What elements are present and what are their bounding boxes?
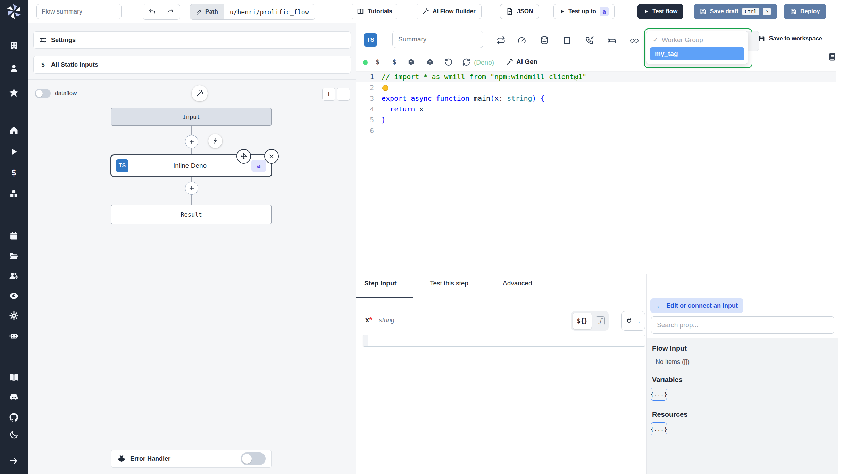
schedules-calendar-icon[interactable]: [9, 231, 19, 241]
search-prop-input[interactable]: [651, 316, 834, 334]
save-icon: [790, 8, 797, 15]
resources-boxes-icon[interactable]: [9, 189, 19, 199]
connect-input-plug-button[interactable]: →: [621, 311, 645, 331]
tab-advanced[interactable]: Advanced: [503, 280, 532, 287]
flow-settings-row[interactable]: Settings: [33, 31, 351, 49]
edit-or-connect-pill[interactable]: ← Edit or connect an input: [650, 298, 743, 313]
error-handler-toggle[interactable]: [241, 452, 266, 465]
rotate-ccw-icon[interactable]: [444, 58, 453, 66]
resources-object-chip[interactable]: {...}: [651, 422, 667, 435]
test-up-to-button[interactable]: Test up to a: [553, 4, 615, 19]
flow-panel-divider: [28, 79, 356, 80]
folder-open-icon[interactable]: [9, 251, 19, 261]
line-number: 1: [356, 72, 382, 82]
flow-summary-input[interactable]: [36, 4, 122, 19]
flow-input-title: Flow Input: [652, 344, 687, 352]
eye-icon[interactable]: [9, 291, 19, 301]
building-icon[interactable]: [9, 41, 19, 50]
field-value-input[interactable]: [363, 335, 645, 347]
error-handler-card[interactable]: Error Handler: [111, 450, 272, 468]
star-icon[interactable]: [9, 88, 19, 98]
runs-play-icon[interactable]: [9, 147, 18, 156]
variables-dollar-icon[interactable]: $: [9, 168, 19, 177]
package-cube-icon[interactable]: [426, 58, 434, 66]
variables-dollar-icon[interactable]: $: [391, 58, 398, 66]
save-to-workspace-button[interactable]: Save to workspace: [758, 35, 822, 42]
ai-gen-button[interactable]: AI Gen: [506, 58, 537, 66]
runtime-label: (Deno): [474, 59, 494, 66]
ts-badge: TS: [116, 159, 128, 172]
dataflow-toggle[interactable]: [35, 89, 51, 98]
variables-object-chip[interactable]: {...}: [651, 388, 667, 401]
move-step-button[interactable]: [236, 149, 251, 164]
lightbulb-suggestion-icon[interactable]: [382, 85, 388, 91]
delete-step-button[interactable]: [264, 149, 279, 164]
tab-step-input[interactable]: Step Input: [364, 280, 397, 287]
user-icon[interactable]: [9, 64, 19, 73]
result-node[interactable]: Result: [111, 205, 272, 224]
template-string-mode-button[interactable]: ${}: [573, 313, 592, 329]
required-asterisk: *: [369, 316, 372, 324]
lightning-bolt-icon: [212, 138, 219, 144]
early-stop-square-icon[interactable]: [562, 36, 571, 45]
tutorials-button[interactable]: Tutorials: [351, 4, 398, 19]
docs-book-icon[interactable]: [9, 372, 19, 383]
auto-layout-wand-button[interactable]: [192, 85, 208, 101]
worker-group-dropdown: ✓ Worker Group my_tag: [646, 31, 748, 64]
github-icon[interactable]: [9, 412, 19, 423]
deploy-button[interactable]: Deploy: [784, 4, 826, 19]
json-button[interactable]: JSON: [500, 4, 539, 19]
database-cache-icon[interactable]: [540, 36, 549, 45]
moon-dark-mode-icon[interactable]: [9, 430, 19, 440]
zoom-in-button[interactable]: +: [322, 88, 335, 101]
home-icon[interactable]: [9, 125, 19, 135]
ai-flow-builder-button[interactable]: AI Flow Builder: [416, 4, 482, 19]
windmill-logo-icon[interactable]: [6, 4, 22, 19]
path-value[interactable]: u/henri/prolific_flow: [224, 8, 315, 16]
function-mode-button[interactable]: ƒ: [593, 313, 607, 329]
add-step-button[interactable]: [185, 182, 198, 195]
suspend-phone-incoming-icon[interactable]: [585, 36, 594, 45]
worker-group-header-option[interactable]: ✓ Worker Group: [650, 34, 744, 47]
package-cube-icon[interactable]: [407, 58, 415, 66]
code-line: 3export async function main(x: string) {: [356, 93, 836, 104]
test-flow-label: Test flow: [652, 8, 677, 15]
save-draft-button[interactable]: Save draft Ctrl S: [694, 4, 777, 19]
discord-icon[interactable]: [9, 392, 19, 402]
expand-arrow-right-icon[interactable]: [9, 456, 19, 466]
worker-group-option-selected[interactable]: my_tag: [650, 47, 744, 60]
save-icon: [700, 8, 707, 15]
input-node[interactable]: Input: [111, 108, 272, 126]
windmill-flow-editor: $: [0, 0, 868, 474]
retry-repeat-icon[interactable]: [496, 36, 506, 45]
add-step-button[interactable]: [185, 135, 198, 148]
redo-button[interactable]: [161, 4, 180, 19]
edit-path-button[interactable]: Path: [190, 4, 224, 19]
settings-gear-icon[interactable]: [9, 310, 19, 321]
test-flow-button[interactable]: Test flow: [637, 4, 683, 19]
assets-dollar-icon[interactable]: $: [374, 58, 382, 66]
flow-panel: Settings $ All Static Inputs dataflow + …: [28, 23, 356, 474]
summary-input[interactable]: [392, 31, 483, 48]
dollar-icon: $: [39, 61, 47, 68]
code-editor[interactable]: 1// import * as wmill from "npm:windmill…: [356, 71, 836, 274]
sidebar: $: [0, 0, 28, 474]
ai-gen-label: AI Gen: [516, 58, 537, 66]
users-cog-icon[interactable]: [9, 271, 19, 281]
wand-sparkles-icon: [195, 89, 204, 98]
undo-button[interactable]: [143, 4, 161, 19]
sleep-bed-icon[interactable]: [607, 36, 616, 45]
refresh-icon[interactable]: [462, 58, 470, 66]
gauge-timeout-icon[interactable]: [517, 36, 526, 45]
robot-icon[interactable]: [9, 331, 19, 341]
step-id-badge: a: [251, 160, 266, 172]
library-book-icon[interactable]: [827, 52, 837, 62]
plus-icon: [189, 139, 195, 145]
editor-scrollbar-gutter[interactable]: [836, 71, 836, 274]
add-trigger-button[interactable]: [208, 134, 222, 148]
tab-test-this-step[interactable]: Test this step: [430, 280, 468, 287]
zoom-out-button[interactable]: −: [337, 88, 350, 101]
step-node-title: Inline Deno: [128, 162, 251, 169]
mock-loop-icon[interactable]: [629, 37, 639, 44]
all-static-inputs-row[interactable]: $ All Static Inputs: [33, 56, 351, 74]
